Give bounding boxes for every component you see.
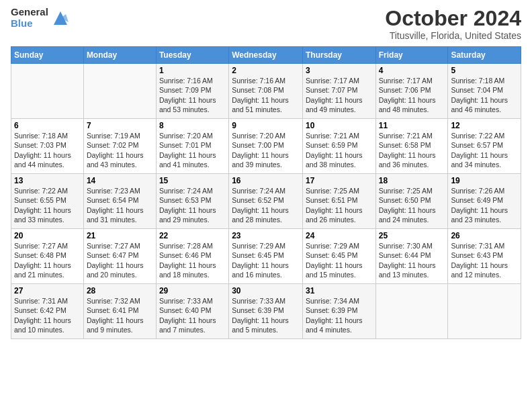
week-row-3: 13Sunrise: 7:22 AMSunset: 6:55 PMDayligh…	[11, 174, 521, 229]
day-cell: 12Sunrise: 7:22 AMSunset: 6:57 PMDayligh…	[448, 119, 521, 174]
logo-blue: Blue	[11, 18, 48, 30]
day-cell: 16Sunrise: 7:24 AMSunset: 6:52 PMDayligh…	[229, 174, 303, 229]
day-number: 23	[232, 231, 300, 240]
sunset-text: Sunset: 6:46 PM	[159, 251, 212, 259]
sunrise-text: Sunrise: 7:29 AM	[232, 242, 285, 250]
sunset-text: Sunset: 7:06 PM	[379, 86, 431, 94]
sunrise-text: Sunrise: 7:16 AM	[232, 77, 285, 85]
sunrise-text: Sunrise: 7:30 AM	[379, 242, 433, 250]
day-cell: 30Sunrise: 7:33 AMSunset: 6:39 PMDayligh…	[229, 284, 303, 339]
day-info: Sunrise: 7:25 AMSunset: 6:51 PMDaylight:…	[306, 186, 373, 224]
sunrise-text: Sunrise: 7:34 AM	[306, 297, 359, 305]
daylight-text: Daylight: 11 hours and 18 minutes.	[159, 261, 216, 279]
sunrise-text: Sunrise: 7:23 AM	[87, 187, 140, 195]
daylight-text: Daylight: 11 hours and 20 minutes.	[87, 261, 144, 279]
day-info: Sunrise: 7:29 AMSunset: 6:45 PMDaylight:…	[306, 241, 373, 279]
day-number: 5	[451, 66, 518, 75]
day-info: Sunrise: 7:19 AMSunset: 7:02 PMDaylight:…	[87, 131, 153, 169]
daylight-text: Daylight: 11 hours and 41 minutes.	[159, 151, 216, 169]
daylight-text: Daylight: 11 hours and 16 minutes.	[232, 261, 289, 279]
daylight-text: Daylight: 11 hours and 21 minutes.	[14, 261, 71, 279]
sunset-text: Sunset: 6:41 PM	[87, 306, 139, 314]
sunrise-text: Sunrise: 7:21 AM	[379, 132, 433, 140]
day-number: 2	[232, 66, 300, 75]
day-info: Sunrise: 7:17 AMSunset: 7:06 PMDaylight:…	[379, 76, 445, 114]
sunrise-text: Sunrise: 7:16 AM	[159, 77, 213, 85]
sunrise-text: Sunrise: 7:28 AM	[159, 242, 213, 250]
day-number: 27	[14, 286, 81, 295]
day-info: Sunrise: 7:18 AMSunset: 7:03 PMDaylight:…	[14, 131, 81, 169]
day-number: 19	[451, 176, 518, 185]
sunset-text: Sunset: 6:58 PM	[379, 141, 431, 149]
sunrise-text: Sunrise: 7:21 AM	[306, 132, 359, 140]
day-info: Sunrise: 7:34 AMSunset: 6:39 PMDaylight:…	[306, 296, 373, 334]
day-number: 21	[87, 231, 153, 240]
day-info: Sunrise: 7:16 AMSunset: 7:09 PMDaylight:…	[159, 76, 226, 114]
day-info: Sunrise: 7:33 AMSunset: 6:40 PMDaylight:…	[159, 296, 226, 334]
day-info: Sunrise: 7:31 AMSunset: 6:43 PMDaylight:…	[451, 241, 518, 279]
sunset-text: Sunset: 7:07 PM	[306, 86, 358, 94]
day-info: Sunrise: 7:22 AMSunset: 6:55 PMDaylight:…	[14, 186, 81, 224]
day-cell: 6Sunrise: 7:18 AMSunset: 7:03 PMDaylight…	[11, 119, 84, 174]
day-cell: 19Sunrise: 7:26 AMSunset: 6:49 PMDayligh…	[448, 174, 521, 229]
day-info: Sunrise: 7:32 AMSunset: 6:41 PMDaylight:…	[87, 296, 153, 334]
day-cell: 2Sunrise: 7:16 AMSunset: 7:08 PMDaylight…	[229, 64, 303, 119]
day-cell: 9Sunrise: 7:20 AMSunset: 7:00 PMDaylight…	[229, 119, 303, 174]
daylight-text: Daylight: 11 hours and 48 minutes.	[379, 96, 436, 113]
sunrise-text: Sunrise: 7:19 AM	[87, 132, 140, 140]
day-info: Sunrise: 7:27 AMSunset: 6:47 PMDaylight:…	[87, 241, 153, 279]
day-info: Sunrise: 7:27 AMSunset: 6:48 PMDaylight:…	[14, 241, 81, 279]
sunset-text: Sunset: 6:39 PM	[232, 306, 284, 314]
sunrise-text: Sunrise: 7:32 AM	[87, 297, 140, 305]
day-info: Sunrise: 7:17 AMSunset: 7:07 PMDaylight:…	[306, 76, 373, 114]
daylight-text: Daylight: 11 hours and 28 minutes.	[232, 206, 289, 224]
day-number: 28	[87, 286, 153, 295]
day-number: 6	[14, 121, 81, 130]
sunrise-text: Sunrise: 7:18 AM	[451, 77, 504, 85]
day-cell: 11Sunrise: 7:21 AMSunset: 6:58 PMDayligh…	[375, 119, 448, 174]
day-cell: 24Sunrise: 7:29 AMSunset: 6:45 PMDayligh…	[302, 229, 375, 284]
day-info: Sunrise: 7:20 AMSunset: 7:01 PMDaylight:…	[159, 131, 226, 169]
daylight-text: Daylight: 11 hours and 38 minutes.	[306, 151, 363, 169]
day-cell	[11, 64, 84, 119]
week-row-2: 6Sunrise: 7:18 AMSunset: 7:03 PMDaylight…	[11, 119, 521, 174]
daylight-text: Daylight: 11 hours and 23 minutes.	[451, 206, 508, 224]
day-info: Sunrise: 7:25 AMSunset: 6:50 PMDaylight:…	[379, 186, 445, 224]
day-cell: 22Sunrise: 7:28 AMSunset: 6:46 PMDayligh…	[156, 229, 228, 284]
sunrise-text: Sunrise: 7:20 AM	[232, 132, 285, 140]
day-info: Sunrise: 7:24 AMSunset: 6:52 PMDaylight:…	[232, 186, 300, 224]
day-number: 8	[159, 121, 226, 130]
day-info: Sunrise: 7:33 AMSunset: 6:39 PMDaylight:…	[232, 296, 300, 334]
day-cell: 3Sunrise: 7:17 AMSunset: 7:07 PMDaylight…	[302, 64, 375, 119]
sunrise-text: Sunrise: 7:25 AM	[306, 187, 359, 195]
sunset-text: Sunset: 6:54 PM	[87, 196, 139, 204]
calendar-header: Sunday Monday Tuesday Wednesday Thursday…	[11, 47, 521, 64]
sunset-text: Sunset: 6:50 PM	[379, 196, 431, 204]
sunrise-text: Sunrise: 7:17 AM	[306, 77, 359, 85]
daylight-text: Daylight: 11 hours and 33 minutes.	[14, 206, 71, 224]
logo: General Blue	[11, 7, 70, 29]
day-cell: 18Sunrise: 7:25 AMSunset: 6:50 PMDayligh…	[375, 174, 448, 229]
day-number: 12	[451, 121, 518, 130]
day-number: 17	[306, 176, 373, 185]
day-info: Sunrise: 7:20 AMSunset: 7:00 PMDaylight:…	[232, 131, 300, 169]
logo-general: General	[11, 7, 48, 18]
sunrise-text: Sunrise: 7:24 AM	[232, 187, 285, 195]
day-cell	[83, 64, 156, 119]
day-info: Sunrise: 7:16 AMSunset: 7:08 PMDaylight:…	[232, 76, 300, 114]
sunrise-text: Sunrise: 7:33 AM	[232, 297, 285, 305]
daylight-text: Daylight: 11 hours and 36 minutes.	[379, 151, 436, 169]
sunrise-text: Sunrise: 7:33 AM	[159, 297, 213, 305]
sunset-text: Sunset: 7:03 PM	[14, 141, 66, 149]
day-info: Sunrise: 7:24 AMSunset: 6:53 PMDaylight:…	[159, 186, 226, 224]
week-row-4: 20Sunrise: 7:27 AMSunset: 6:48 PMDayligh…	[11, 229, 521, 284]
day-info: Sunrise: 7:28 AMSunset: 6:46 PMDaylight:…	[159, 241, 226, 279]
col-sunday: Sunday	[11, 47, 84, 64]
day-cell: 26Sunrise: 7:31 AMSunset: 6:43 PMDayligh…	[448, 229, 521, 284]
day-info: Sunrise: 7:26 AMSunset: 6:49 PMDaylight:…	[451, 186, 518, 224]
sunset-text: Sunset: 6:42 PM	[14, 306, 66, 314]
day-info: Sunrise: 7:31 AMSunset: 6:42 PMDaylight:…	[14, 296, 81, 334]
daylight-text: Daylight: 11 hours and 7 minutes.	[159, 316, 216, 334]
sunset-text: Sunset: 6:45 PM	[306, 251, 358, 259]
sunset-text: Sunset: 6:55 PM	[14, 196, 66, 204]
